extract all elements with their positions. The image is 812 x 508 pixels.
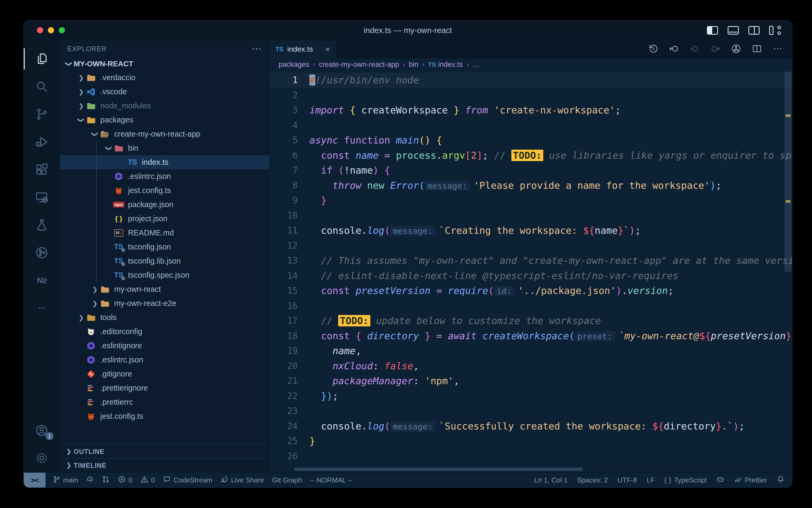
activity-source-control-icon[interactable] <box>24 100 60 128</box>
section-outline[interactable]: ❯OUTLINE <box>60 444 269 458</box>
line-number: 18 <box>270 329 309 344</box>
tree-item-folder-packages[interactable]: ❯packages <box>60 113 269 127</box>
line-number: 17 <box>270 313 309 329</box>
layout-sidebar-right-icon[interactable] <box>749 26 760 35</box>
activity-search-icon[interactable] <box>24 73 60 100</box>
close-tab-icon[interactable]: × <box>325 44 330 54</box>
tree-item-folder-.verdaccio[interactable]: ❯.verdaccio <box>60 71 269 85</box>
chevron-right-icon: ❯ <box>90 300 100 307</box>
activity-run-debug-icon[interactable] <box>24 128 60 156</box>
branch-icon <box>52 475 60 485</box>
history-icon[interactable] <box>648 43 659 55</box>
tree-item-folder-.vscode[interactable]: ❯.vscode <box>60 85 269 99</box>
breadcrumb-item[interactable]: create-my-own-react-app <box>319 60 399 69</box>
status-main[interactable]: main <box>52 475 78 485</box>
status-copilot-icon[interactable] <box>716 475 724 485</box>
tree-item-label: .eslintrc.json <box>100 355 143 364</box>
tree-item-folder-tools[interactable]: ❯tools <box>60 310 269 325</box>
error-icon <box>118 475 126 485</box>
tree-item-folder-create-my-own-react-app[interactable]: ❯create-my-own-react-app <box>60 127 269 141</box>
line-number: 15 <box>270 283 309 298</box>
code-editor[interactable]: 1#!/usr/bin/env node23import { createWor… <box>270 71 792 472</box>
folder-icon <box>100 284 110 294</box>
explorer-title: EXPLORER <box>67 45 107 53</box>
code-line-14: 14 // eslint-disable-next-line @typescri… <box>270 268 792 284</box>
tree-item-file-.eslintrc.json[interactable]: .eslintrc.json <box>60 169 269 183</box>
layout-panel-icon[interactable] <box>728 26 739 35</box>
activity-testing-icon[interactable] <box>24 211 60 239</box>
line-number: 12 <box>270 238 309 253</box>
workspace-root-item[interactable]: ❯ MY-OWN-REACT <box>60 57 269 71</box>
status-cloud-upload-icon[interactable] <box>86 475 94 485</box>
code-line-12: 12 <box>270 238 792 253</box>
tree-item-file-jest.config.ts[interactable]: jest.config.ts <box>60 183 269 198</box>
activity-more-icon[interactable]: ··· <box>24 294 60 322</box>
breadcrumb-item[interactable]: TS index.ts <box>428 60 463 69</box>
tree-item-file-package.json[interactable]: npmpackage.json <box>60 198 269 212</box>
activity-account-icon[interactable]: 1 <box>24 417 60 444</box>
tree-item-file-tsconfig.lib.json[interactable]: TS⚙tsconfig.lib.json <box>60 254 269 268</box>
status-0[interactable]: 0 <box>118 475 132 485</box>
remote-indicator[interactable]: >< <box>24 473 46 488</box>
tree-item-label: my-own-react <box>114 285 161 294</box>
tree-item-file-.eslintrc.json[interactable]: .eslintrc.json <box>60 353 269 367</box>
status-spaces-2[interactable]: Spaces: 2 <box>577 476 608 484</box>
tree-item-file-jest.config.ts[interactable]: jest.config.ts <box>60 409 269 423</box>
layout-grid-icon[interactable] <box>769 26 781 35</box>
tree-item-file-.eslintignore[interactable]: .eslintignore <box>60 339 269 353</box>
vertical-scrollbar[interactable] <box>784 72 792 272</box>
tree-item-file-tsconfig.json[interactable]: TS⚙tsconfig.json <box>60 240 269 254</box>
tree-item-file-.editorconfig[interactable]: .editorconfig <box>60 325 269 339</box>
explorer-more-actions-icon[interactable]: ⋯ <box>252 43 262 54</box>
status-prettier[interactable]: ✓✓Prettier <box>734 476 767 484</box>
activity-remote-explorer-icon[interactable] <box>24 183 60 211</box>
cloud-upload-icon <box>86 475 94 485</box>
status-live-share[interactable]: Live Share <box>220 475 264 485</box>
status-lf[interactable]: LF <box>647 476 655 484</box>
activity-circle-branch-icon[interactable] <box>24 239 60 266</box>
source-control-circle-icon[interactable] <box>731 43 742 55</box>
status-0[interactable]: 0 <box>140 475 155 485</box>
activity-extensions-icon[interactable] <box>24 156 60 183</box>
tree-item-folder-node_modules[interactable]: ❯node_modules <box>60 99 269 113</box>
horizontal-scrollbar[interactable] <box>294 468 583 471</box>
breadcrumb-item[interactable]: … <box>472 60 479 69</box>
more-actions-icon[interactable] <box>772 43 783 55</box>
tab-index-ts[interactable]: TS index.ts × <box>270 40 336 58</box>
title-bar: index.ts — my-own-react <box>24 20 792 40</box>
tree-item-file-project.json[interactable]: { }project.json <box>60 212 269 226</box>
open-changes-icon[interactable] <box>669 43 679 55</box>
tree-item-file-.gitignore[interactable]: .gitignore <box>60 367 269 381</box>
status-git-graph[interactable]: Git Graph <box>272 476 302 484</box>
prev-change-icon[interactable] <box>689 43 700 55</box>
braces-icon: { } <box>113 214 124 224</box>
tree-item-file-index.ts[interactable]: TSindex.ts <box>60 155 269 169</box>
tree-item-file-.prettierrc[interactable]: .prettierrc <box>60 395 269 409</box>
status-typescript[interactable]: { }TypeScript <box>664 476 707 484</box>
breadcrumb-item[interactable]: bin <box>409 60 418 69</box>
status-ln-1-col-1[interactable]: Ln 1, Col 1 <box>534 476 568 484</box>
next-change-icon[interactable] <box>710 43 721 55</box>
split-editor-icon[interactable] <box>752 43 762 55</box>
activity-files-icon[interactable] <box>24 45 60 73</box>
tree-item-file-README.md[interactable]: M↓README.md <box>60 226 269 240</box>
tree-item-folder-my-own-react-e2e[interactable]: ❯my-own-react-e2e <box>60 296 269 310</box>
code-line-15: 15 const presetVersion = require(id:'../… <box>270 283 792 298</box>
status-codestream[interactable]: CodeStream <box>163 475 212 485</box>
activity-nx-console-icon[interactable]: N≥ <box>24 266 60 294</box>
typescript-file-icon: TS <box>428 61 436 68</box>
status-bell-icon[interactable] <box>777 475 784 485</box>
tree-item-file-tsconfig.spec.json[interactable]: TS⚙tsconfig.spec.json <box>60 268 269 282</box>
status-normal[interactable]: -- NORMAL -- <box>310 476 352 484</box>
breadcrumb-item[interactable]: packages <box>279 60 309 69</box>
activity-settings-gear-icon[interactable] <box>24 444 60 472</box>
status-compare-changes-icon[interactable] <box>102 475 110 485</box>
tree-item-label: .editorconfig <box>100 327 142 336</box>
tree-item-folder-my-own-react[interactable]: ❯my-own-react <box>60 282 269 296</box>
code-line-11: 11 console.log(message:`Creating the wor… <box>270 223 792 238</box>
section-timeline[interactable]: ❯TIMELINE <box>60 458 269 472</box>
tree-item-file-.prettierignore[interactable]: .prettierignore <box>60 381 269 395</box>
layout-sidebar-left-icon[interactable] <box>707 26 718 35</box>
status-utf-8[interactable]: UTF-8 <box>618 476 637 484</box>
tree-item-folder-bin[interactable]: ❯bin <box>60 141 269 155</box>
